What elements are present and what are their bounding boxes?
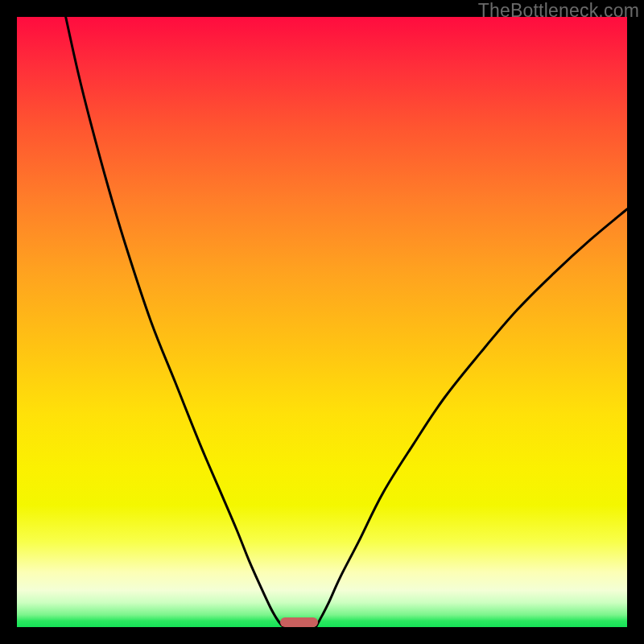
bottleneck-marker (280, 617, 318, 627)
watermark-text: TheBottleneck.com (478, 0, 639, 22)
chart-frame: TheBottleneck.com (0, 0, 644, 644)
left-curve (66, 17, 284, 627)
curve-layer (17, 17, 627, 627)
right-curve (316, 209, 627, 627)
